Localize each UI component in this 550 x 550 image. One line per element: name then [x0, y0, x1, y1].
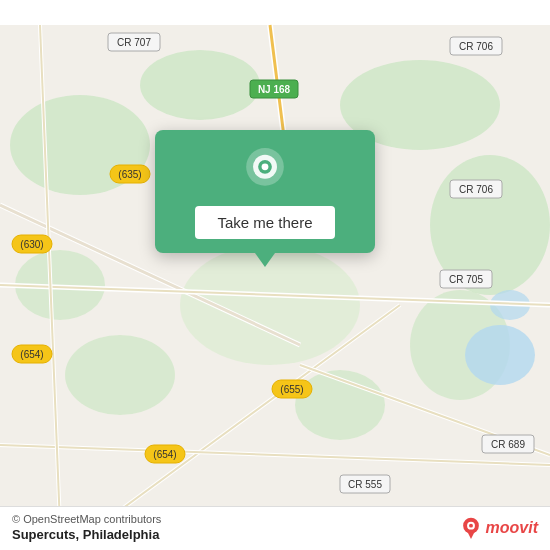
- svg-text:(635): (635): [118, 169, 141, 180]
- svg-marker-55: [466, 529, 475, 538]
- location-label: Supercuts, Philadelphia: [12, 527, 161, 542]
- moovit-pin-icon: [460, 517, 482, 539]
- moovit-label: moovit: [486, 519, 538, 537]
- svg-text:CR 689: CR 689: [491, 439, 525, 450]
- map-tooltip-card: Take me there: [155, 130, 375, 253]
- svg-point-53: [262, 163, 269, 170]
- svg-text:CR 706: CR 706: [459, 41, 493, 52]
- svg-point-7: [65, 335, 175, 415]
- svg-point-57: [469, 523, 473, 527]
- svg-text:NJ 168: NJ 168: [258, 84, 291, 95]
- svg-text:(655): (655): [280, 384, 303, 395]
- svg-point-10: [465, 325, 535, 385]
- map-background: CR 707 NJ 168 CR 706 (635) (630) (654) C…: [0, 0, 550, 550]
- bottom-bar: © OpenStreetMap contributors Supercuts, …: [0, 506, 550, 550]
- moovit-logo: moovit: [460, 517, 538, 539]
- take-me-there-button[interactable]: Take me there: [195, 206, 334, 239]
- svg-text:CR 707: CR 707: [117, 37, 151, 48]
- location-pin-icon: [241, 148, 289, 196]
- map-container: CR 707 NJ 168 CR 706 (635) (630) (654) C…: [0, 0, 550, 550]
- svg-point-2: [140, 50, 260, 120]
- svg-text:CR 705: CR 705: [449, 274, 483, 285]
- svg-text:(654): (654): [153, 449, 176, 460]
- osm-attribution: © OpenStreetMap contributors: [12, 513, 161, 525]
- svg-text:CR 555: CR 555: [348, 479, 382, 490]
- svg-text:(630): (630): [20, 239, 43, 250]
- svg-text:CR 706: CR 706: [459, 184, 493, 195]
- svg-text:(654): (654): [20, 349, 43, 360]
